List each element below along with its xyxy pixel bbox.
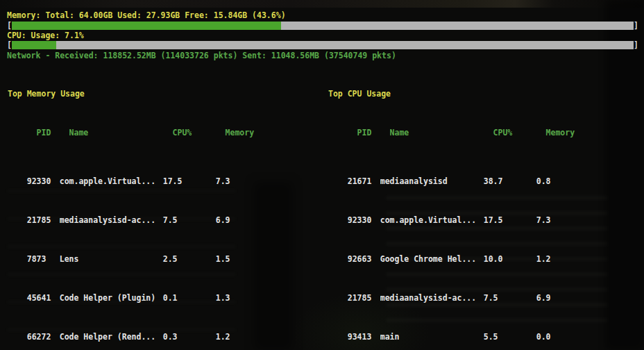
column-header-memory: Memory [546,128,575,138]
table-row: 93413main5.50.0 [328,322,575,332]
table-title: Top CPU Usage [328,89,575,99]
cell-pid: 92663 [348,254,380,264]
cell-pid: 92330 [27,176,60,186]
cell-cpu: 5.5 [484,332,536,342]
cell-memory: 7.3 [536,215,551,225]
cell-pid: 66272 [27,332,60,342]
cell-pid: 92330 [348,215,380,225]
cell-memory: 6.9 [216,215,230,225]
network-summary-line: Network - Received: 118852.52MB (1140337… [7,51,396,60]
column-header-pid: PID [37,128,69,138]
cell-name: mediaanalysisd [380,176,484,186]
column-header-pid: PID [357,128,390,138]
cpu-bar-fill [12,41,56,49]
table-title: Top Memory Usage [8,89,254,99]
table-row: 7873Lens2.51.5 [8,244,254,254]
table-header: PIDNameCPU%Memory [328,118,575,128]
cell-memory: 6.9 [536,293,551,303]
memory-bar-open-bracket: [ [7,21,12,31]
cpu-usage-bar: [ ] [7,40,638,50]
memory-summary-line: Memory: Total: 64.00GB Used: 27.93GB Fre… [7,10,286,20]
memory-usage-bar: [ ] [7,21,638,31]
cell-name: Code Helper (Rend... [60,332,163,342]
memory-bar-close-bracket: ] [634,21,638,31]
cell-pid: 45641 [27,293,60,303]
background-dark-band-right [605,0,644,350]
column-header-name: Name [69,128,173,138]
table-row: 92663Google Chrome Hel...10.01.2 [328,244,575,254]
cell-cpu: 10.0 [484,254,536,264]
cell-cpu: 0.3 [163,332,216,342]
table-rows: 92330com.apple.Virtual...17.57.3 21785me… [8,147,254,350]
table-row: 21671mediaanalysisd38.70.8 [328,167,575,176]
column-header-memory: Memory [226,128,255,138]
table-row: 45641Code Helper (Plugin)0.11.3 [8,283,254,293]
top-cpu-usage-table: Top CPU Usage PIDNameCPU%Memory 21671med… [328,69,575,350]
cell-memory: 0.8 [536,176,551,186]
cell-cpu: 38.7 [484,176,536,186]
cell-memory: 1.2 [536,254,551,264]
top-memory-usage-table: Top Memory Usage PIDNameCPU%Memory 92330… [8,69,254,350]
cell-memory: 7.3 [216,176,230,186]
table-row: 92330com.apple.Virtual...17.57.3 [328,206,575,215]
cell-cpu: 7.5 [484,293,536,303]
cell-pid: 93413 [348,332,380,342]
cell-cpu: 17.5 [163,176,216,186]
background-top-band [0,0,644,8]
cpu-summary-line: CPU: Usage: 7.1% [7,31,84,40]
table-row: 92330com.apple.Virtual...17.57.3 [8,167,254,176]
cell-memory: 1.3 [216,293,230,303]
column-header-cpu: CPU% [493,128,546,138]
cell-name: Google Chrome Hel... [380,254,484,264]
column-header-name: Name [390,128,493,138]
cpu-bar-close-bracket: ] [634,40,638,50]
table-header: PIDNameCPU%Memory [8,118,254,128]
cell-memory: 1.5 [216,254,230,264]
cell-name: mediaanalysisd-ac... [60,215,163,225]
background-dark-band-mid [254,182,293,350]
cell-pid: 7873 [27,254,60,264]
cell-cpu: 7.5 [163,215,216,225]
cell-pid: 21785 [348,293,380,303]
cell-cpu: 2.5 [163,254,216,264]
cell-name: Lens [60,254,163,264]
memory-bar-track [12,22,634,30]
cell-name: com.apple.Virtual... [380,215,484,225]
cell-pid: 21785 [27,215,60,225]
cell-cpu: 0.1 [163,293,216,303]
cell-name: main [380,332,484,342]
cpu-bar-track [12,41,634,49]
memory-bar-fill [12,22,281,30]
cell-name: mediaanalysisd-ac... [380,293,484,303]
cell-name: com.apple.Virtual... [60,176,163,186]
cell-name: Code Helper (Plugin) [60,293,163,303]
column-header-cpu: CPU% [173,128,226,138]
cell-pid: 21671 [348,176,380,186]
cell-memory: 0.0 [536,332,551,342]
table-row: 66272Code Helper (Rend...0.31.2 [8,322,254,332]
cell-cpu: 17.5 [484,215,536,225]
table-row: 21785mediaanalysisd-ac...7.56.9 [8,206,254,215]
cell-memory: 1.2 [216,332,230,342]
table-rows: 21671mediaanalysisd38.70.8 92330com.appl… [328,147,575,350]
table-row: 21785mediaanalysisd-ac...7.56.9 [328,283,575,293]
terminal-system-monitor: Memory: Total: 64.00GB Used: 27.93GB Fre… [0,0,644,350]
cpu-bar-open-bracket: [ [7,40,12,50]
